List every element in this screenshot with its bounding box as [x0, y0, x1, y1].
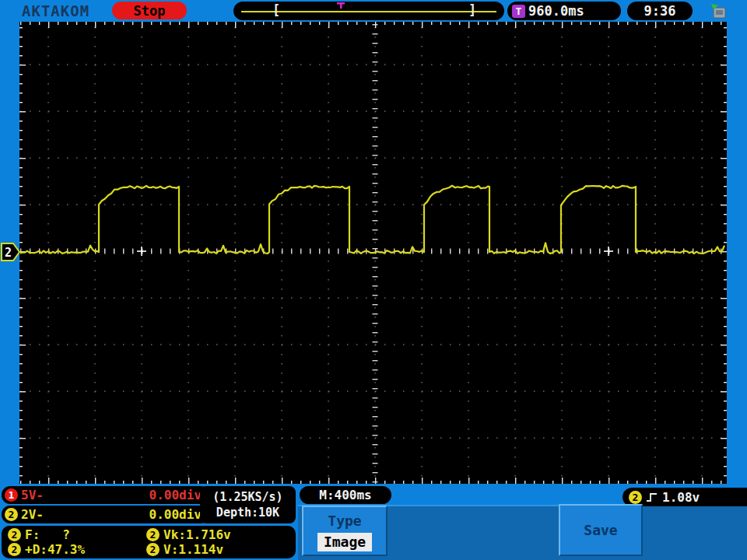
measurement-frequency: 2 F: ? [8, 527, 146, 542]
measurement-v: 2 V:1.114v [146, 542, 293, 557]
record-depth: Depth:10K [216, 506, 279, 520]
meas-ch-badge: 2 [8, 543, 21, 556]
meas-value: F: ? [25, 527, 70, 542]
menu-type-label[interactable]: Type [328, 513, 361, 529]
acquisition-info-box: (1.25KS/s) Depth:10K [200, 486, 296, 523]
ch2-status-pill: 2 2V- 0.00div [2, 506, 209, 523]
timebase-value: M:400ms [319, 488, 371, 502]
brand-logo: AKTAKOM [22, 2, 89, 19]
ch1-scale: 5V- [21, 488, 44, 502]
save-button[interactable]: Save [559, 504, 643, 556]
sample-rate: (1.25KS/s) [212, 490, 282, 504]
measurement-readout-pill: 2 F: ? 2 Vk:1.716v 2 +D:47.3% 2 V:1.114v [2, 526, 296, 558]
scope-graticule-and-trace [19, 22, 727, 484]
ch1-badge: 1 [5, 488, 18, 502]
meas-ch-badge: 2 [146, 528, 160, 541]
trigger-level-value: 1.08v [662, 490, 700, 505]
clock: 9:36 [627, 2, 693, 20]
trigger-position-bar: [ ] [233, 2, 504, 20]
ch1-offset: 0.00div [149, 488, 202, 502]
window-left-bracket: [ [272, 2, 280, 18]
ch2-offset: 0.00div [149, 507, 202, 522]
meas-value: V:1.114v [163, 542, 223, 557]
trigger-t-icon: T [512, 5, 525, 18]
clock-value: 9:36 [644, 3, 676, 19]
measurement-vk: 2 Vk:1.716v [146, 527, 293, 542]
channel-2-marker: 2 [1, 241, 21, 263]
save-button-label[interactable]: Save [584, 522, 617, 538]
waveform-display [19, 22, 727, 484]
timebase-readout: M:400ms [300, 486, 391, 504]
trigger-time-readout: T 960.0ms [507, 2, 621, 20]
usb-drive-icon [710, 2, 728, 19]
window-right-bracket: ] [468, 2, 476, 18]
ch2-scale: 2V- [21, 507, 44, 522]
run-state-badge: Stop [112, 2, 187, 19]
ch1-status-pill: 1 5V- 0.00div [2, 486, 209, 504]
ch2-badge: 2 [5, 508, 18, 521]
trigger-marker-icon [337, 2, 345, 9]
trigger-source-badge: 2 [629, 491, 642, 504]
meas-value: Vk:1.716v [163, 527, 231, 542]
meas-ch-badge: 2 [146, 543, 160, 556]
channel-2-marker-label: 2 [5, 246, 12, 260]
menu-type-selected-option[interactable]: Image [317, 533, 372, 551]
meas-value: +D:47.3% [25, 542, 85, 557]
run-state-label: Stop [134, 3, 166, 19]
trigger-time-value: 960.0ms [528, 3, 584, 19]
rising-edge-icon [646, 491, 658, 503]
meas-ch-badge: 2 [8, 528, 21, 541]
save-menu-type-panel[interactable]: Type Image [302, 506, 388, 556]
measurement-duty: 2 +D:47.3% [8, 542, 146, 557]
